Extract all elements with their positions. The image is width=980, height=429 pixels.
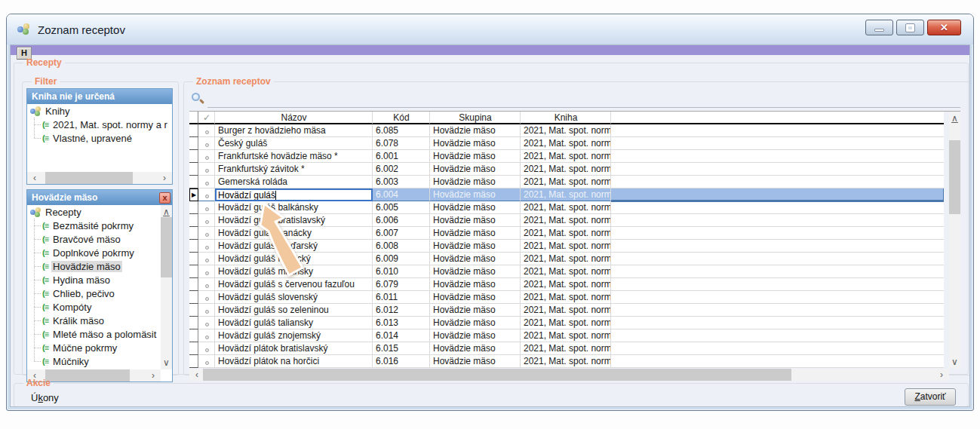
check-column-header[interactable]: ✓: [198, 112, 215, 124]
books-hscrollbar[interactable]: ‹ ›: [27, 172, 172, 184]
column-header[interactable]: Skupina: [430, 112, 521, 124]
table-row[interactable]: Burger z hovädzieho mäsa6.085Hovädzie mä…: [189, 124, 960, 137]
code-cell[interactable]: 6.079: [373, 278, 430, 291]
tree-item[interactable]: (≡Kompóty: [27, 300, 161, 314]
code-cell[interactable]: 6.016: [373, 355, 430, 368]
column-header[interactable]: Kód: [373, 112, 430, 124]
code-cell[interactable]: 6.007: [373, 227, 430, 240]
name-cell[interactable]: Hovädzí plátok bratislavský: [215, 342, 373, 355]
zatvorit-button[interactable]: Zatvoriť: [905, 388, 956, 406]
record-cell[interactable]: [198, 214, 215, 227]
book-cell[interactable]: 2021, Mat. spot. normy a: [521, 124, 611, 137]
name-cell[interactable]: Burger z hovädzieho mäsa: [215, 124, 373, 137]
panel-groups-header[interactable]: Hovädzie mäso x: [27, 190, 172, 205]
group-cell[interactable]: Hovädzie mäso: [430, 227, 521, 240]
group-cell[interactable]: Hovädzie mäso: [430, 150, 521, 163]
group-cell[interactable]: Hovädzie mäso: [430, 355, 521, 368]
group-cell[interactable]: Hovädzie mäso: [430, 253, 521, 265]
name-cell[interactable]: Hovädzí guláš so zeleninou: [215, 304, 373, 317]
book-cell[interactable]: 2021, Mat. spot. normy a: [521, 342, 611, 355]
code-cell[interactable]: 6.001: [373, 150, 430, 163]
record-cell[interactable]: [198, 163, 215, 176]
code-cell[interactable]: 6.010: [373, 265, 430, 278]
table-row[interactable]: Hovädzí plátok bratislavský6.015Hovädzie…: [189, 342, 960, 355]
table-row[interactable]: Frankfurtský závitok *6.002Hovädzie mäso…: [189, 163, 960, 176]
name-cell[interactable]: Hovädzí guláš hanácky: [215, 227, 373, 240]
scroll-up-icon[interactable]: ∧: [949, 113, 960, 124]
table-row[interactable]: Hovädzí guláš hanácky6.007Hovädzie mäso2…: [189, 227, 960, 240]
name-cell[interactable]: Hovädzí guláš slovenský: [215, 291, 373, 304]
books-hscroll-thumb[interactable]: [45, 172, 133, 184]
table-row[interactable]: Hovädzí guláš balkánsky6.005Hovädzie mäs…: [189, 201, 960, 214]
book-cell[interactable]: 2021, Mat. spot. normy a: [521, 240, 611, 253]
table-row[interactable]: Gemerská roláda6.003Hovädzie mäso2021, M…: [189, 176, 960, 188]
tree-root-item[interactable]: Knihy: [27, 104, 172, 118]
record-cell[interactable]: [198, 355, 215, 368]
record-cell[interactable]: [198, 342, 215, 355]
minimize-button[interactable]: [865, 20, 893, 35]
book-cell[interactable]: 2021, Mat. spot. normy a: [521, 188, 611, 201]
table-row[interactable]: Hovädzí guláš milánsky6.010Hovädzie mäso…: [189, 265, 960, 278]
panel-close-icon[interactable]: x: [159, 192, 171, 204]
table-row[interactable]: Hovädzí guláš mexický6.009Hovädzie mäso2…: [189, 253, 960, 265]
code-cell[interactable]: 6.014: [373, 329, 430, 342]
code-cell[interactable]: 6.004: [373, 188, 430, 201]
group-cell[interactable]: Hovädzie mäso: [430, 240, 521, 253]
tree-item[interactable]: (≡Vlastné, upravené: [27, 131, 172, 145]
record-cell[interactable]: [198, 124, 215, 137]
table-row[interactable]: Hovädzí guláš maďarský6.008Hovädzie mäso…: [189, 240, 960, 253]
tree-root-item[interactable]: Recepty: [27, 205, 161, 219]
book-cell[interactable]: 2021, Mat. spot. normy a: [521, 278, 611, 291]
tree-item[interactable]: (≡Bezmäsité pokrmy: [27, 219, 161, 232]
record-cell[interactable]: [198, 188, 215, 201]
name-cell-editor[interactable]: Hovädzí guláš: [215, 188, 373, 201]
record-cell[interactable]: [198, 329, 215, 342]
name-cell[interactable]: Frankfurtské hovädzie mäso *: [215, 150, 373, 163]
name-cell[interactable]: Frankfurtský závitok *: [215, 163, 373, 176]
group-cell[interactable]: Hovädzie mäso: [430, 188, 521, 201]
code-cell[interactable]: 6.006: [373, 214, 430, 227]
book-cell[interactable]: 2021, Mat. spot. normy a: [521, 304, 611, 317]
table-row[interactable]: Hovädzí guláš taliansky6.013Hovädzie mäs…: [189, 317, 960, 329]
group-cell[interactable]: Hovädzie mäso: [430, 317, 521, 329]
window-titlebar[interactable]: Zoznam receptov ✕: [7, 14, 973, 44]
name-cell[interactable]: Hovädzí guláš balkánsky: [215, 201, 373, 214]
record-cell[interactable]: [198, 253, 215, 265]
book-cell[interactable]: 2021, Mat. spot. normy a: [521, 214, 611, 227]
record-cell[interactable]: [198, 265, 215, 278]
tree-item[interactable]: (≡Doplnkové pokrmy: [27, 246, 161, 259]
book-cell[interactable]: 2021, Mat. spot. normy a: [521, 176, 611, 188]
table-row[interactable]: Hovädzí guláš slovenský6.011Hovädzie mäs…: [189, 291, 960, 304]
name-cell[interactable]: Gemerská roláda: [215, 176, 373, 188]
group-cell[interactable]: Hovädzie mäso: [430, 201, 521, 214]
name-cell[interactable]: Hovädzí guláš taliansky: [215, 317, 373, 329]
panel-books-header[interactable]: Kniha nie je určená: [27, 89, 172, 104]
column-header[interactable]: Kniha: [521, 112, 611, 124]
name-cell[interactable]: Hovädzí guláš s červenou fazuľou: [215, 278, 373, 291]
scroll-right-icon[interactable]: ›: [158, 173, 171, 183]
book-cell[interactable]: 2021, Mat. spot. normy a: [521, 253, 611, 265]
group-cell[interactable]: Hovädzie mäso: [430, 291, 521, 304]
book-cell[interactable]: 2021, Mat. spot. normy a: [521, 201, 611, 214]
book-cell[interactable]: 2021, Mat. spot. normy a: [521, 355, 611, 368]
book-cell[interactable]: 2021, Mat. spot. normy a: [521, 329, 611, 342]
group-cell[interactable]: Hovädzie mäso: [430, 176, 521, 188]
table-vscroll-thumb[interactable]: [949, 140, 960, 214]
group-cell[interactable]: Hovädzie mäso: [430, 265, 521, 278]
book-cell[interactable]: 2021, Mat. spot. normy a: [521, 265, 611, 278]
group-cell[interactable]: Hovädzie mäso: [430, 124, 521, 137]
tree-item[interactable]: (≡Mleté mäso a polomäsit: [27, 327, 161, 341]
search-input[interactable]: [209, 93, 959, 106]
book-cell[interactable]: 2021, Mat. spot. normy a: [521, 291, 611, 304]
groups-vscrollbar[interactable]: ∧ ∨: [161, 205, 172, 369]
name-cell[interactable]: Hovädzí guláš mexický: [215, 253, 373, 265]
name-cell[interactable]: Hovädzí guláš bratislavský: [215, 214, 373, 227]
group-cell[interactable]: Hovädzie mäso: [430, 329, 521, 342]
table-row[interactable]: Frankfurtské hovädzie mäso *6.001Hovädzi…: [189, 150, 960, 163]
tree-item[interactable]: (≡Hovädzie mäso: [27, 259, 161, 273]
tree-item[interactable]: (≡2021, Mat. spot. normy a r: [27, 118, 172, 131]
tree-item[interactable]: (≡Múčniky: [27, 354, 161, 368]
code-cell[interactable]: 6.013: [373, 317, 430, 329]
record-cell[interactable]: [198, 176, 215, 188]
record-cell[interactable]: [198, 137, 215, 150]
